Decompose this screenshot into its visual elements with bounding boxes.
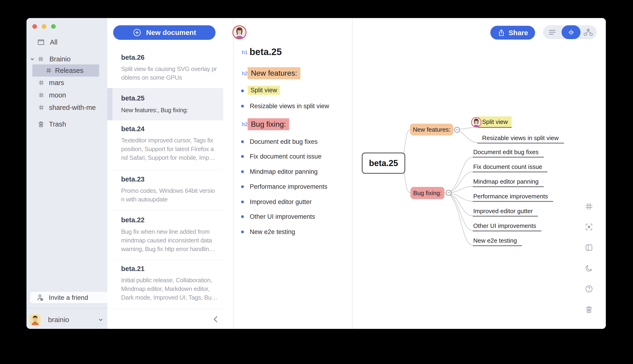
toolbar-focus-icon[interactable] [584,222,594,232]
folder-icon [37,38,45,46]
bullet-item[interactable]: New e2e testing [250,228,295,236]
doc-item-beta26[interactable]: beta.26 Split view fix causing SVG overl… [107,49,223,88]
window-zoom-button[interactable] [51,24,56,29]
doc-item-beta25-selected[interactable]: beta.25 New features:, Bug fixing: [107,88,223,120]
doc-title: beta.23 [121,176,144,183]
mindmap-leaf[interactable]: Document edit bug fixes [473,148,544,158]
new-document-button[interactable]: New document [113,25,216,40]
mindmap-leaf-split-view[interactable]: Split view [478,116,512,128]
bullet-icon [241,200,244,203]
doc-item-beta24[interactable]: beta.24 Texteditor improved cursor, Tags… [107,120,223,170]
mindmap-root-node[interactable]: beta.25 [362,152,405,174]
bullet-item[interactable]: Improved editor gutter [250,198,312,206]
chevron-down-icon[interactable] [29,56,35,62]
sidebar-divider [26,308,107,308]
document-list: New document beta.26 Split view fix caus… [107,18,233,329]
bullet-icon [241,215,244,218]
bullet-icon [241,230,244,233]
document-view-button[interactable] [548,29,556,36]
view-mode-switcher [543,25,597,39]
bullet-icon [241,170,244,173]
leaf-label: Performance improvements [473,193,548,200]
mindmap-branch-bug-fixing[interactable]: Bug fixing: [410,187,444,199]
sidebar-item-trash[interactable]: Trash [26,118,66,130]
toolbar-help-icon[interactable] [584,284,594,293]
bullet-icon [241,155,244,158]
bullet-icon [241,105,244,108]
doc-preview: Split view fix causing SVG overlay probl… [121,65,228,82]
mindmap-leaf[interactable]: Performance improvements [473,193,553,202]
bullet-split-view[interactable]: Split view [248,86,280,95]
window-close-button[interactable] [32,24,37,29]
mindmap-leaf[interactable]: Fix document count issue [473,163,548,172]
grid-icon [38,92,45,98]
block-type-label: h2 [236,121,248,128]
bullet-item[interactable]: Mindmap editor panning [250,168,318,176]
mindmap-leaf[interactable]: Improved editor gutter [473,208,538,217]
share-icon [497,29,505,37]
sidebar-item-label: All [50,38,58,46]
branch-label: New features: [413,126,450,133]
heading-new-features[interactable]: New features: [248,67,300,79]
collaborator-avatar [471,117,482,128]
sidebar-item-moon[interactable]: moon [26,89,66,101]
share-button[interactable]: Share [490,26,535,40]
block-type-label: h2 [236,70,248,76]
sidebar-item-label: shared-with-me [49,104,96,112]
sidebar-item-mars[interactable]: mars [26,76,64,89]
mindmap-leaf[interactable]: Resizable views in split view [478,134,564,144]
sidebar-item-shared-with-me[interactable]: shared-with-me [26,102,96,114]
doc-preview: Promo codes, Windows 64bit version with … [121,186,228,204]
toolbar-trash-icon[interactable] [584,305,594,314]
collapse-list-button[interactable] [211,314,220,324]
bullet-icon [241,90,244,92]
leaf-label: Other UI improvements [473,222,536,229]
account-name: brainio [48,316,69,324]
mindmap-leaf[interactable]: New e2e testing [473,237,522,246]
heading-bug-fixing[interactable]: Bug fixing: [248,118,289,130]
app-window: All Brainio Releases mars [26,18,606,329]
bullet-item[interactable]: Fix document count issue [250,153,322,160]
doc-item-beta23[interactable]: beta.23 Promo codes, Windows 64bit versi… [107,170,223,210]
leaf-label: New e2e testing [473,237,517,244]
mindmap-leaf[interactable]: Mindmap editor panning [473,178,544,187]
doc-title: beta.22 [121,216,144,224]
toolbar-split-panel-icon[interactable] [584,243,594,252]
sidebar-item-brainio[interactable]: Brainio [26,53,70,65]
doc-item-beta21[interactable]: beta.21 Initial public release, Collabor… [107,260,223,309]
text-editor[interactable]: h1 beta.25 h2 New features: Split view R… [233,18,352,329]
chevron-down-icon [98,316,104,323]
collapse-branch-button[interactable] [446,190,452,196]
toolbar-grid-icon[interactable] [584,202,594,211]
split-arrows-icon [567,28,575,36]
sidebar-item-all[interactable]: All [26,36,58,48]
grid-icon [45,67,52,74]
doc-title: beta.21 [121,265,144,273]
bullet-item[interactable]: Document edit bug fixes [250,138,318,146]
bullet-item[interactable]: Performance improvements [250,183,328,190]
toolbar-dark-mode-icon[interactable] [584,264,594,273]
window-minimize-button[interactable] [42,24,46,29]
mindmap-leaf[interactable]: Other UI improvements [473,222,542,232]
selected-indicator [107,88,112,120]
sidebar-item-releases[interactable]: Releases [32,64,99,76]
split-view-button[interactable] [562,25,580,39]
desktop-background: All Brainio Releases mars [0,0,633,364]
sidebar-item-label: Trash [49,120,66,128]
mindmap-view-button[interactable] [584,28,593,36]
document-title[interactable]: beta.25 [250,46,282,57]
bullet-item[interactable]: Other UI improvements [250,213,315,220]
doc-preview: Texteditor improved cursor, Tags fixposi… [121,136,228,162]
mindmap-branch-new-features[interactable]: New features: [410,124,453,136]
invite-friend-button[interactable]: Invite a friend [30,292,108,303]
account-menu[interactable]: brainio [26,314,110,326]
block-type-label: h1 [236,50,248,56]
leaf-label: Improved editor gutter [473,208,533,214]
leaf-label: Split view [482,118,508,125]
collapse-branch-button[interactable] [454,127,460,132]
doc-item-beta22[interactable]: beta.22 Bug fix when new line added from… [107,210,223,260]
sidebar-item-label: mars [49,79,64,87]
bullet-icon [241,140,244,143]
bullet-resizable-views[interactable]: Resizable views in split view [250,102,329,110]
plus-circle-icon [132,28,142,37]
